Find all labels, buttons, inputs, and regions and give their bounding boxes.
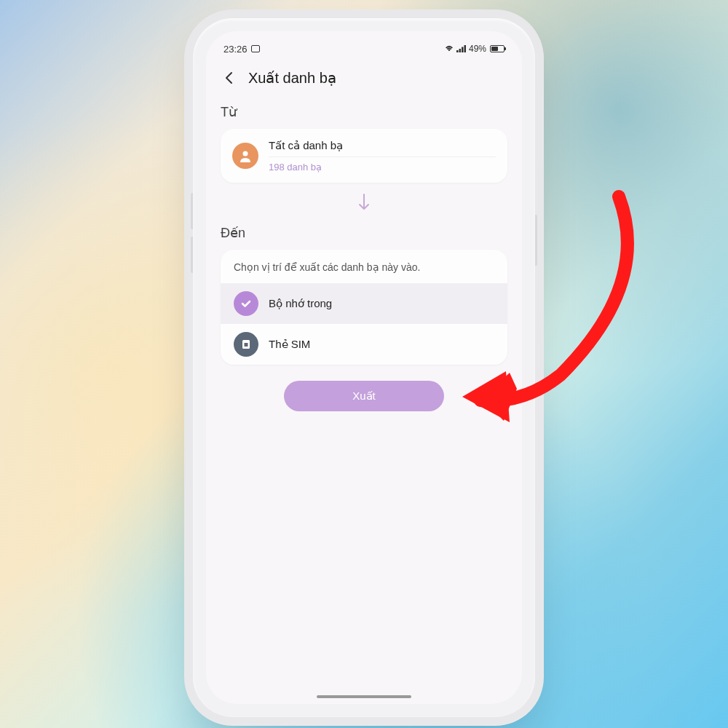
destination-hint: Chọn vị trí để xuất các danh bạ này vào. [221, 250, 507, 283]
destination-card: Chọn vị trí để xuất các danh bạ này vào.… [221, 250, 507, 365]
option-internal-storage[interactable]: Bộ nhớ trong [221, 283, 507, 324]
arrow-down-icon [221, 183, 507, 221]
option-label: Bộ nhớ trong [269, 297, 332, 310]
volume-up-button [191, 193, 193, 229]
sim-icon [234, 332, 258, 357]
svg-point-4 [243, 151, 248, 157]
page-title: Xuất danh bạ [248, 69, 336, 87]
source-count: 198 danh bạ [269, 162, 496, 173]
signal-icon [456, 45, 467, 52]
contact-icon [232, 143, 258, 169]
svg-rect-0 [456, 50, 459, 52]
option-label: Thẻ SIM [269, 338, 310, 351]
picture-icon [251, 45, 260, 52]
status-bar: 23:26 49% [206, 37, 522, 60]
status-time: 23:26 [223, 44, 248, 55]
volume-down-button [191, 237, 193, 273]
svg-rect-2 [462, 47, 464, 53]
source-card[interactable]: Tất cả danh bạ 198 danh bạ [221, 129, 507, 183]
svg-rect-1 [459, 49, 461, 52]
home-indicator[interactable] [317, 695, 411, 698]
chevron-left-icon [222, 71, 237, 85]
back-button[interactable] [221, 69, 238, 87]
to-section-label: Đến [221, 225, 507, 241]
check-icon [234, 291, 258, 316]
svg-rect-6 [245, 343, 248, 347]
power-button [535, 215, 537, 266]
phone-frame: 23:26 49% [193, 18, 535, 717]
page-header: Xuất danh bạ [206, 60, 522, 92]
phone-screen: 23:26 49% [206, 31, 522, 704]
wifi-icon [444, 45, 454, 52]
status-battery-percent: 49% [469, 44, 486, 54]
battery-icon [490, 45, 505, 52]
option-sim-card[interactable]: Thẻ SIM [221, 324, 507, 365]
source-name: Tất cả danh bạ [269, 139, 496, 157]
export-button[interactable]: Xuất [284, 381, 444, 411]
from-section-label: Từ [221, 104, 507, 120]
svg-rect-3 [464, 45, 466, 52]
